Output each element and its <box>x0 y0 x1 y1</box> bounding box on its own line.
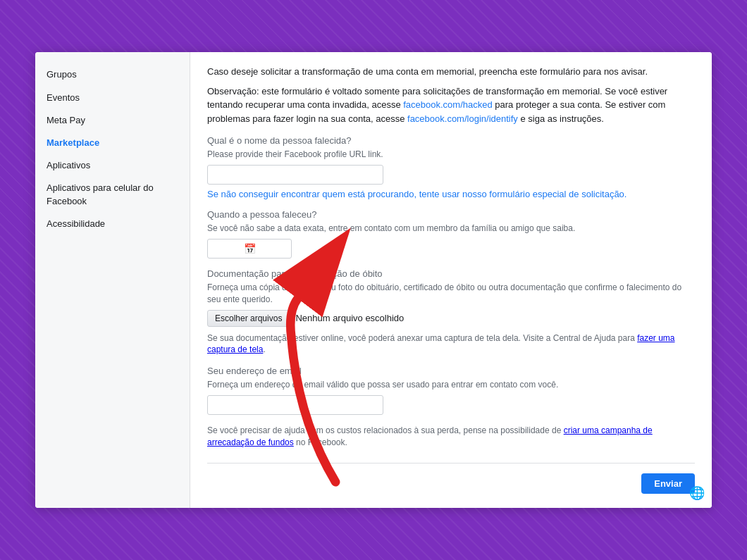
sidebar-item-aplicativos[interactable]: Aplicativos <box>35 154 190 177</box>
section3-hint: Forneça uma cópia digitalizada ou foto d… <box>207 282 695 306</box>
globe-icon: 🌐 <box>689 485 705 501</box>
sidebar-item-meta-pay[interactable]: Meta Pay <box>35 109 190 132</box>
section4-label: Seu endereço de email <box>207 366 695 376</box>
section3-screenshot-hint: Se sua documentação estiver online, você… <box>207 332 695 356</box>
intro-paragraph-1: Caso deseje solicitar a transformação de… <box>207 65 695 79</box>
section2-hint: Se você não sabe a data exata, entre em … <box>207 223 695 235</box>
calendar-icon: 📅 <box>244 243 256 254</box>
intro-paragraph-2: Observação: este formulário é voltado so… <box>207 85 695 126</box>
sidebar: Grupos Eventos Meta Pay Marketplace Apli… <box>35 52 190 507</box>
sidebar-item-acessibilidade[interactable]: Acessibilidade <box>35 213 190 235</box>
section3-label: Documentação para comprovação de óbito <box>207 268 695 279</box>
no-file-label: Nenhum arquivo escolhido <box>295 313 404 323</box>
main-content: Caso deseje solicitar a transformação de… <box>190 52 712 507</box>
date-picker[interactable]: 📅 <box>207 239 292 259</box>
sidebar-item-aplicativos-celular[interactable]: Aplicativos para celular do Facebook <box>35 177 190 212</box>
send-button[interactable]: Enviar <box>641 473 695 494</box>
choose-files-button[interactable]: Escolher arquivos <box>207 310 290 327</box>
login-link[interactable]: facebook.com/login/identify <box>407 113 518 124</box>
section2-label: Quando a pessoa faleceu? <box>207 209 695 220</box>
hacked-link[interactable]: facebook.com/hacked <box>403 99 492 110</box>
sidebar-item-eventos[interactable]: Eventos <box>35 87 190 109</box>
section1-label: Qual é o nome da pessoa falecida? <box>207 135 695 146</box>
sidebar-item-grupos[interactable]: Grupos <box>35 63 190 86</box>
bottom-bar: Enviar <box>207 463 695 494</box>
special-form-link[interactable]: Se não conseguir encontrar quem está pro… <box>207 189 695 199</box>
name-input[interactable] <box>207 165 383 185</box>
file-upload-row: Escolher arquivos Nenhum arquivo escolhi… <box>207 310 695 327</box>
section1-hint: Please provide their Facebook profile UR… <box>207 149 695 161</box>
email-input[interactable] <box>207 395 383 415</box>
section4-hint: Forneça um endereço de email válido que … <box>207 379 695 391</box>
sidebar-item-marketplace[interactable]: Marketplace <box>35 132 190 154</box>
section5-text: Se você precisar de ajuda com os custos … <box>207 425 695 449</box>
